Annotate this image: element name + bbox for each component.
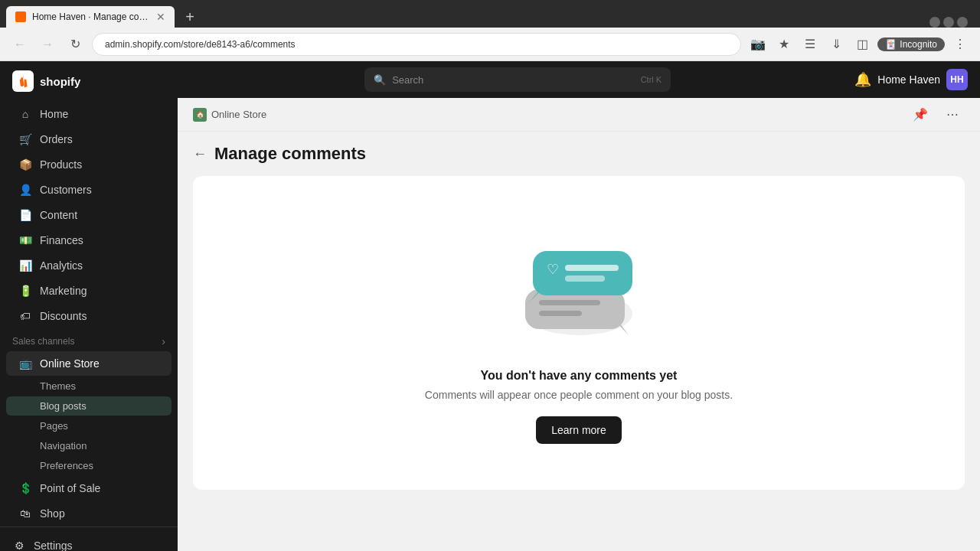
refresh-button[interactable]: ↻ [64,34,86,55]
app-layout: shopify ⌂ Home 🛒 Orders 📦 Products 👤 Cus… [0,61,980,551]
svg-rect-8 [565,265,619,271]
admin-search[interactable]: 🔍 Search Ctrl K [364,67,671,92]
pin-button[interactable]: 📌 [906,104,934,125]
page-header-actions: 📌 ⋯ [906,104,965,125]
sidebar-products-label: Products [40,158,82,171]
incognito-label: Incognito [900,39,937,50]
incognito-icon: 🃏 [885,39,897,50]
breadcrumb: 🏠 Online Store [193,108,266,122]
new-tab-button[interactable]: + [179,6,201,28]
main-content: 🔍 Search Ctrl K 🔔 Home Haven HH 🏠 Online… [178,61,980,551]
sidebar-content-label: Content [40,209,77,221]
pos-icon: 💲 [18,481,32,495]
tab-search-icon[interactable]: ☰ [799,34,821,55]
sidebar-item-discounts[interactable]: 🏷 Discounts [6,304,172,328]
address-bar[interactable]: admin.shopify.com/store/de8143-a6/commen… [92,33,741,56]
online-store-icon: 📺 [18,357,32,370]
svg-text:♡: ♡ [547,262,559,277]
shopify-logo-text: shopify [40,75,80,88]
sidebar-footer: ⚙ Settings [0,527,178,551]
customers-icon: 👤 [18,183,32,197]
sidebar-item-orders[interactable]: 🛒 Orders [6,127,172,152]
sidebar-shop-label: Shop [40,507,65,520]
sidebar-item-blog-posts[interactable]: Blog posts [6,396,172,416]
themes-label: Themes [40,380,76,392]
breadcrumb-text: Online Store [211,109,266,120]
sidebar-item-shop[interactable]: 🛍 Shop [6,501,172,526]
back-arrow-icon: ← [193,146,207,162]
page-header-bar: 🏠 Online Store 📌 ⋯ [178,98,980,132]
navigation-label: Navigation [40,440,87,452]
active-tab[interactable]: Home Haven · Manage comme ✕ [6,6,175,28]
page-title-row: ← Manage comments [193,144,965,164]
sidebar-customers-label: Customers [40,184,92,196]
sidebar-finances-label: Finances [40,234,83,246]
sales-channels-expand-button[interactable]: › [162,335,165,347]
tab-bar: Home Haven · Manage comme ✕ + [0,0,980,28]
page-content: ← Manage comments [178,132,980,502]
svg-rect-9 [565,276,605,282]
sidebar-pos-label: Point of Sale [40,482,100,494]
sidebar-item-preferences[interactable]: Preferences [6,456,172,475]
sidebar-item-settings[interactable]: ⚙ Settings [6,533,172,551]
sidebar-item-products[interactable]: 📦 Products [6,152,172,177]
sidebar-marketing-label: Marketing [40,285,87,297]
tab-close-button[interactable]: ✕ [156,11,165,23]
blog-posts-label: Blog posts [40,400,87,412]
empty-state-title: You don't have any comments yet [481,369,678,383]
empty-state-description: Comments will appear once people comment… [425,389,733,401]
pages-label: Pages [40,420,68,432]
browser-toolbar: ← → ↻ admin.shopify.com/store/de8143-a6/… [0,28,980,61]
sales-channels-label: Sales channels [12,336,74,347]
home-icon: ⌂ [18,107,32,121]
settings-label: Settings [34,540,73,551]
content-icon: 📄 [18,208,32,222]
sidebar-toggle-icon[interactable]: ◫ [851,34,873,55]
sidebar-item-online-store[interactable]: 📺 Online Store [6,351,172,376]
page-title: Manage comments [214,144,366,164]
menu-icon[interactable]: ⋮ [949,34,971,55]
sidebar-item-navigation[interactable]: Navigation [6,436,172,455]
store-avatar[interactable]: HH [946,69,968,90]
sidebar-discounts-label: Discounts [40,310,87,322]
download-icon[interactable]: ⇓ [825,34,847,55]
forward-navigation-button[interactable]: → [37,34,58,55]
close-button[interactable] [957,17,968,28]
bookmark-icon[interactable]: ★ [773,34,795,55]
sidebar-item-customers[interactable]: 👤 Customers [6,178,172,202]
online-store-breadcrumb-icon: 🏠 [193,108,207,122]
back-button[interactable]: ← [193,146,207,162]
svg-rect-4 [539,311,582,316]
sidebar-home-label: Home [40,108,68,120]
minimize-button[interactable] [929,17,940,28]
sales-channels-section: Sales channels › [0,329,178,350]
tab-favicon [15,11,26,22]
sidebar-item-analytics[interactable]: 📊 Analytics [6,253,172,278]
more-options-button[interactable]: ⋯ [940,104,965,125]
preferences-label: Preferences [40,460,93,471]
finances-icon: 💵 [18,233,32,247]
shopify-logo[interactable]: shopify [12,70,80,92]
incognito-button[interactable]: 🃏 Incognito [877,37,945,51]
notification-button[interactable]: 🔔 [854,71,871,88]
marketing-icon: 🔋 [18,284,32,298]
search-placeholder-text: Search [392,74,423,86]
sidebar-item-point-of-sale[interactable]: 💲 Point of Sale [6,476,172,500]
discounts-icon: 🏷 [18,309,32,323]
products-icon: 📦 [18,158,32,171]
sidebar: shopify ⌂ Home 🛒 Orders 📦 Products 👤 Cus… [0,61,178,551]
sidebar-item-content[interactable]: 📄 Content [6,203,172,227]
maximize-button[interactable] [943,17,954,28]
sidebar-item-finances[interactable]: 💵 Finances [6,228,172,253]
browser-chrome: Home Haven · Manage comme ✕ + ← → ↻ admi… [0,0,980,61]
back-navigation-button[interactable]: ← [9,34,31,55]
screenshare-icon[interactable]: 📷 [747,34,769,55]
sidebar-navigation: ⌂ Home 🛒 Orders 📦 Products 👤 Customers 📄… [0,101,178,527]
learn-more-button[interactable]: Learn more [536,416,622,444]
sidebar-item-pages[interactable]: Pages [6,416,172,435]
sidebar-online-store-label: Online Store [40,357,100,370]
sidebar-item-marketing[interactable]: 🔋 Marketing [6,279,172,303]
analytics-icon: 📊 [18,259,32,272]
sidebar-item-home[interactable]: ⌂ Home [6,102,172,126]
sidebar-item-themes[interactable]: Themes [6,377,172,396]
